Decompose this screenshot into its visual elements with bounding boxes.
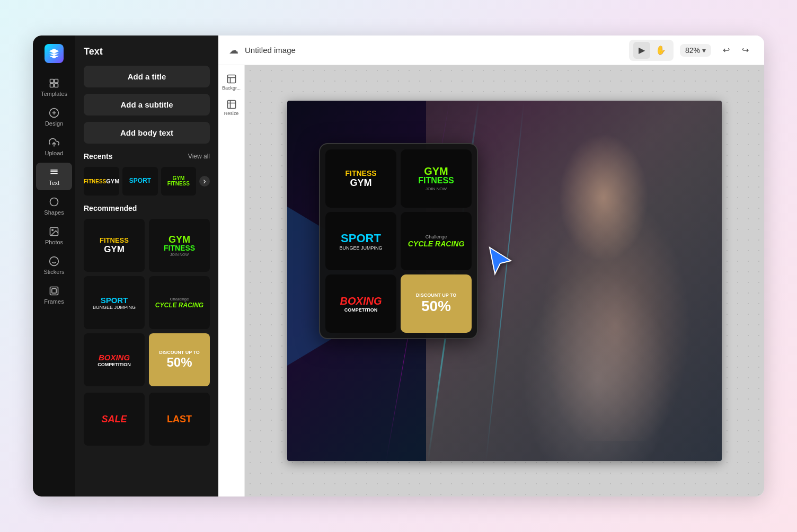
background-tool-button[interactable]: Backgr... — [221, 72, 242, 93]
template-sport-bungee[interactable]: SPORT BUNGEE JUMPING — [84, 276, 145, 329]
zoom-value: 82% — [685, 46, 700, 55]
sidebar-label-stickers: Stickers — [43, 269, 64, 275]
recents-label: Recents — [84, 152, 112, 161]
popup-gym-line3: JOIN NOW — [426, 187, 447, 191]
recent-fitness-gym[interactable]: FITNESS GYM — [84, 167, 119, 196]
sidebar-label-upload: Upload — [45, 150, 64, 156]
recommended-section-header: Recommended — [84, 204, 210, 212]
template-discount[interactable]: DISCOUNT UP TO 50% — [149, 333, 210, 386]
sidebar-label-design: Design — [45, 120, 63, 127]
recommended-label: Recommended — [84, 204, 137, 212]
view-all-button[interactable]: View all — [188, 153, 210, 160]
tool-group: ▶ ✋ — [629, 40, 674, 61]
popup-card: FITNESS GYM GYM FITNESS JOIN NOW SPORT — [319, 143, 478, 339]
recents-chevron-right[interactable]: › — [199, 176, 210, 187]
popup-sport-line2: BUNGEE JUMPING — [339, 245, 382, 251]
background-label: Backgr... — [222, 85, 241, 91]
text-panel: Text Add a title Add a subtitle Add body… — [75, 36, 218, 496]
top-bar: ☁ Untitled image ▶ ✋ 82% ▾ ↩ ↪ — [218, 36, 764, 65]
person-shirt — [489, 263, 706, 461]
popup-item-cycle-racing[interactable]: Challenge CYCLE RACING — [401, 212, 472, 270]
svg-rect-13 — [227, 101, 235, 109]
template-fitness-gym[interactable]: FITNESS GYM — [84, 219, 145, 272]
sidebar-item-stickers[interactable]: Stickers — [36, 252, 72, 279]
recommended-grid: FITNESS GYM GYM FITNESS JOIN NOW SPORT B… — [84, 219, 210, 386]
canvas-image: FITNESS GYM GYM FITNESS JOIN NOW SPORT — [287, 101, 722, 461]
recent-sport[interactable]: SPORT — [122, 167, 157, 196]
svg-marker-14 — [490, 247, 511, 274]
app-logo — [45, 44, 64, 63]
sidebar-item-photos[interactable]: Photos — [36, 222, 72, 250]
popup-cycle-line1: Challenge — [426, 234, 447, 240]
svg-rect-12 — [227, 75, 235, 83]
sidebar-label-templates: Templates — [41, 91, 67, 97]
svg-point-7 — [52, 229, 54, 231]
svg-rect-1 — [55, 79, 58, 83]
popup-boxing-line1: BOXING — [340, 295, 382, 307]
add-title-button[interactable]: Add a title — [84, 66, 210, 87]
app-container: Templates Design Upload Text Shapes Phot… — [33, 36, 764, 496]
popup-fitness-line1: FITNESS — [345, 169, 376, 178]
popup-fitness-line2: GYM — [350, 178, 371, 189]
popup-sport-line1: SPORT — [341, 232, 381, 245]
sidebar-item-upload[interactable]: Upload — [36, 133, 72, 161]
sidebar-item-design[interactable]: Design — [36, 103, 72, 131]
main-area: ☁ Untitled image ▶ ✋ 82% ▾ ↩ ↪ Backgr... — [218, 36, 764, 496]
recents-row: FITNESS GYM SPORT GYMFITNESS › — [84, 167, 210, 196]
sidebar-label-shapes: Shapes — [44, 209, 64, 216]
svg-rect-10 — [50, 287, 58, 295]
undo-redo-group: ↩ ↪ — [718, 42, 754, 59]
document-title[interactable]: Untitled image — [245, 46, 623, 55]
popup-item-fitness-gym[interactable]: FITNESS GYM — [325, 149, 396, 208]
popup-gym-line1: GYM — [424, 166, 448, 176]
template-boxing[interactable]: BOXING COMPETITION — [84, 333, 145, 386]
popup-item-sport-bungee[interactable]: SPORT BUNGEE JUMPING — [325, 212, 396, 270]
sidebar-item-templates[interactable]: Templates — [36, 74, 72, 101]
zoom-control[interactable]: 82% ▾ — [680, 44, 711, 57]
hand-tool-button[interactable]: ✋ — [652, 42, 669, 59]
popup-boxing-line2: COMPETITION — [344, 307, 378, 313]
resize-tool-button[interactable]: Resize — [221, 97, 242, 118]
sidebar-item-shapes[interactable]: Shapes — [36, 192, 72, 220]
sidebar-label-photos: Photos — [45, 239, 63, 245]
sidebar-label-frames: Frames — [44, 298, 64, 305]
sidebar-item-frames[interactable]: Frames — [36, 281, 72, 309]
popup-item-discount[interactable]: DISCOUNT UP TO 50% — [401, 274, 472, 333]
svg-rect-11 — [52, 289, 56, 293]
popup-cycle-line2: CYCLE RACING — [408, 240, 465, 248]
sidebar-label-text: Text — [49, 180, 59, 186]
svg-rect-2 — [50, 84, 54, 87]
resize-label: Resize — [224, 111, 239, 116]
sidebar-item-text[interactable]: Text — [36, 163, 72, 190]
svg-point-5 — [50, 198, 58, 206]
canvas-tools: Backgr... Resize — [218, 65, 245, 496]
recommended-grid-extra: SALE LAST — [84, 393, 210, 446]
zoom-chevron-icon[interactable]: ▾ — [702, 46, 706, 55]
panel-title: Text — [84, 46, 210, 57]
recent-gym-fitness[interactable]: GYMFITNESS — [161, 167, 196, 196]
popup-discount-line2: 50% — [421, 298, 451, 315]
svg-rect-0 — [50, 79, 54, 83]
popup-item-boxing[interactable]: BOXING COMPETITION — [325, 274, 396, 333]
recents-section-header: Recents View all — [84, 152, 210, 161]
cloud-icon: ☁ — [229, 45, 238, 56]
template-cycle-racing[interactable]: Challenge CYCLE RACING — [149, 276, 210, 329]
add-body-button[interactable]: Add body text — [84, 122, 210, 144]
template-sale[interactable]: SALE — [84, 393, 145, 446]
svg-rect-3 — [55, 84, 58, 87]
redo-button[interactable]: ↪ — [737, 42, 754, 59]
canvas-area: Backgr... Resize — [218, 65, 764, 496]
select-tool-button[interactable]: ▶ — [633, 42, 650, 59]
popup-item-gym-fitness[interactable]: GYM FITNESS JOIN NOW — [401, 149, 472, 208]
canvas-viewport[interactable]: FITNESS GYM GYM FITNESS JOIN NOW SPORT — [245, 65, 764, 496]
popup-gym-line2: FITNESS — [418, 176, 454, 185]
add-subtitle-button[interactable]: Add a subtitle — [84, 94, 210, 116]
popup-discount-line1: DISCOUNT UP TO — [416, 292, 457, 298]
undo-button[interactable]: ↩ — [718, 42, 734, 59]
template-gym-fitness[interactable]: GYM FITNESS JOIN NOW — [149, 219, 210, 272]
template-last[interactable]: LAST — [149, 393, 210, 446]
icon-sidebar: Templates Design Upload Text Shapes Phot… — [33, 36, 75, 496]
